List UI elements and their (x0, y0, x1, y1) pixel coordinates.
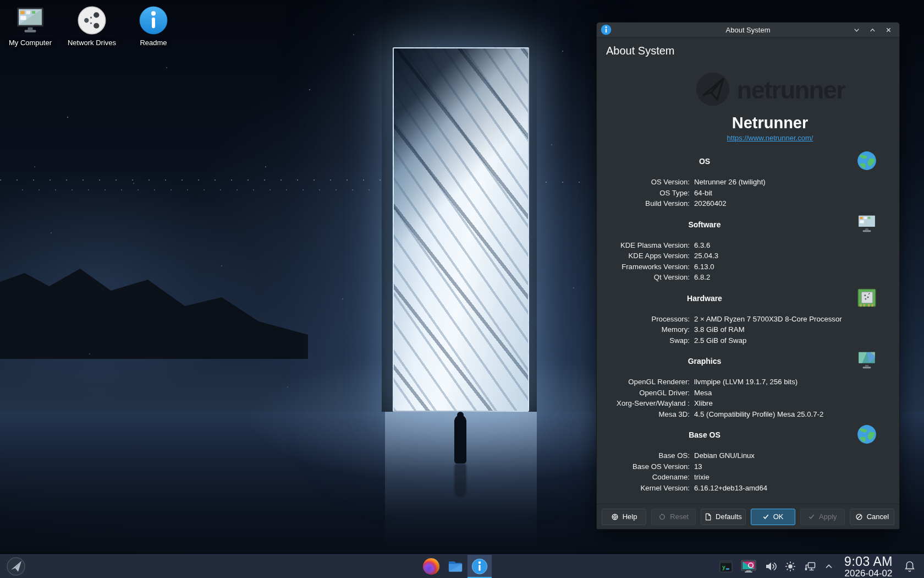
computer-icon (15, 6, 45, 35)
field-label: Mesa 3D: (597, 409, 690, 420)
cancel-button[interactable]: Cancel (850, 509, 894, 525)
desktop-icon-my-computer[interactable]: My Computer (0, 6, 61, 47)
field-value: 25.04.3 (694, 250, 718, 261)
desktop-icon-readme[interactable]: Readme (123, 6, 184, 47)
task-firefox[interactable] (419, 555, 443, 578)
field-label: Qt Version: (597, 272, 690, 283)
digital-clock[interactable]: 9:03 AM 2026-04-02 (844, 555, 893, 578)
field-value: Netrunner 26 (twilight) (694, 177, 766, 188)
chevron-up-icon[interactable] (824, 561, 834, 571)
info-section: Software KDE Plasma Version:6.3.6KDE App… (597, 220, 899, 283)
field-value: 3.8 GiB of RAM (694, 324, 745, 335)
task-file-manager[interactable] (443, 555, 468, 578)
distro-name: Netrunner (619, 114, 921, 132)
field-label: KDE Apps Version: (597, 250, 690, 261)
desktop-icon-label: Network Drives (68, 39, 116, 47)
netrunner-wordmark: netrunner (737, 76, 845, 105)
window-titlebar[interactable]: About System (597, 23, 899, 37)
field-value: trixie (694, 472, 710, 483)
defaults-button[interactable]: Defaults (701, 509, 745, 525)
ok-button[interactable]: OK (751, 509, 795, 525)
desktop-icon (856, 214, 877, 235)
clock-date: 2026-04-02 (845, 569, 893, 578)
about-system-window: About System About Syste (596, 22, 900, 530)
dialog-button-bar: Help Reset Defaults OK (597, 504, 899, 529)
section-title: Graphics (597, 357, 812, 366)
field-label: Memory: (597, 324, 690, 335)
brightness-icon[interactable] (784, 560, 796, 572)
desktop-icon-label: My Computer (9, 39, 52, 47)
apply-button[interactable]: Apply (800, 509, 845, 525)
field-label: Build Version: (597, 198, 690, 209)
info-icon (139, 6, 168, 35)
network-drives-icon (77, 6, 107, 35)
check-icon (762, 513, 769, 520)
globe-icon (856, 424, 877, 445)
taskbar: y (0, 554, 924, 578)
info-icon (601, 24, 612, 35)
page-title: About System (597, 37, 899, 57)
minimize-button[interactable] (853, 26, 860, 34)
chip-icon (856, 287, 877, 308)
field-value: 6.16.12+deb13-amd64 (694, 483, 767, 494)
desktop-icon-label: Readme (140, 39, 167, 47)
help-button[interactable]: Help (602, 509, 646, 525)
field-label: Codename: (597, 472, 690, 483)
bell-icon[interactable] (903, 560, 916, 573)
monitor-icon (856, 350, 877, 371)
network-icon[interactable] (804, 560, 817, 573)
maximize-button[interactable] (868, 26, 876, 34)
field-label: Frameworks Version: (597, 261, 690, 272)
field-label: Xorg-Server/Wayland : (597, 398, 690, 409)
firefox-icon (423, 558, 439, 575)
field-value: 2.5 GiB of Swap (694, 335, 746, 346)
netrunner-logo-icon (695, 72, 730, 109)
info-section: OS OS Version:Netrunner 26 (twilight)OS … (597, 157, 899, 209)
screenshot-icon[interactable] (740, 559, 757, 574)
field-label: Base OS Version: (597, 461, 690, 472)
close-button[interactable] (884, 26, 892, 34)
field-label: Swap: (597, 335, 690, 346)
reset-icon (658, 513, 666, 521)
help-icon (611, 513, 619, 521)
info-section: Base OS Base OS:Debian GNU/LinuxBase OS … (597, 430, 899, 493)
field-label: Kernel Version: (597, 483, 690, 494)
field-value: Debian GNU/Linux (694, 450, 755, 461)
info-section: Hardware Processors:2 × AMD Ryzen 7 5700… (597, 294, 899, 346)
netrunner-launcher-icon (6, 557, 26, 576)
section-title: Software (597, 220, 812, 230)
field-value: Xlibre (694, 398, 713, 409)
field-label: OpenGL Renderer: (597, 377, 690, 388)
field-value: 4.5 (Compatibility Profile) Mesa 25.0.7-… (694, 409, 823, 420)
field-value: Mesa (694, 388, 712, 399)
field-label: Processors: (597, 314, 690, 325)
desktop-icon-network-drives[interactable]: Network Drives (62, 6, 122, 47)
system-tray: y (719, 555, 924, 578)
application-launcher-button[interactable] (6, 557, 26, 576)
defaults-icon (705, 513, 712, 521)
task-manager (419, 555, 492, 578)
clock-time: 9:03 AM (844, 555, 893, 568)
reset-button[interactable]: Reset (651, 509, 696, 525)
section-title: OS (597, 157, 812, 166)
file-manager-icon (447, 558, 464, 575)
task-about-system[interactable] (468, 555, 492, 578)
field-value: 20260402 (694, 198, 727, 209)
desktop: My Computer Network Drives (0, 0, 924, 578)
section-title: Hardware (597, 294, 812, 303)
field-value: llvmpipe (LLVM 19.1.7, 256 bits) (694, 377, 798, 388)
field-value: 6.13.0 (694, 261, 714, 272)
volume-icon[interactable] (764, 560, 777, 573)
field-label: OS Version: (597, 177, 690, 188)
svg-text:y: y (722, 564, 725, 570)
field-label: OpenGL Driver: (597, 388, 690, 399)
field-value: 64-bit (694, 188, 712, 199)
cancel-icon (855, 513, 863, 521)
info-section: Graphics OpenGL Renderer:llvmpipe (LLVM … (597, 357, 899, 419)
field-value: 2 × AMD Ryzen 7 5700X3D 8-Core Processor (694, 314, 842, 325)
distro-url-link[interactable]: https://www.netrunner.com/ (727, 134, 813, 142)
field-value: 6.8.2 (694, 272, 710, 283)
brand-header: netrunner Netrunner https://www.netrunne… (619, 72, 921, 142)
terminal-icon[interactable]: y (719, 559, 733, 574)
section-title: Base OS (597, 430, 812, 440)
